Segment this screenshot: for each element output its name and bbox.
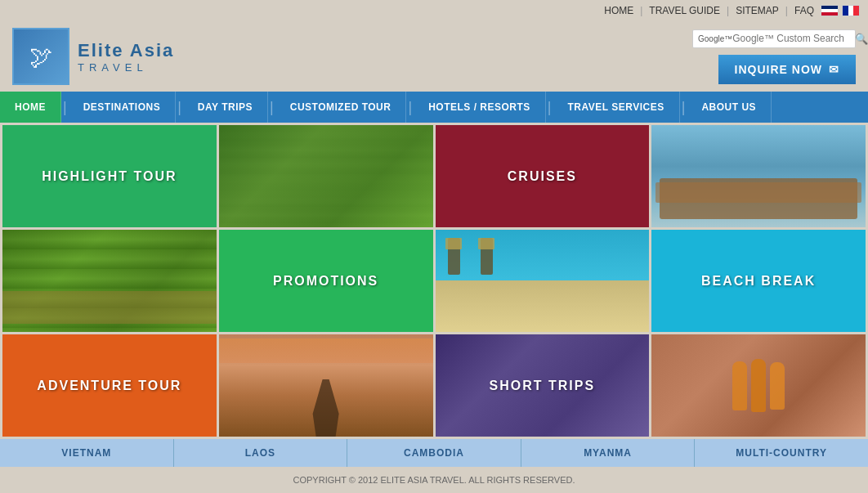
tile-boat[interactable]: [651, 125, 866, 227]
logo-text: Elite Asia TRAVEL: [78, 40, 174, 74]
tile-terrace1[interactable]: [219, 125, 433, 227]
uk-flag[interactable]: [821, 5, 839, 16]
logo-box: 🕊: [12, 28, 69, 85]
tile-promotions-label: PROMOTIONS: [273, 274, 378, 289]
google-label: Google™: [698, 34, 732, 43]
nav-customized-tour[interactable]: CUSTOMIZED TOUR: [275, 92, 407, 123]
main-nav: HOME | DESTINATIONS | DAY TRIPS | CUSTOM…: [0, 92, 868, 123]
tile-promotions[interactable]: PROMOTIONS: [219, 230, 433, 332]
tile-short-trips-label: SHORT TRIPS: [490, 379, 596, 393]
inquire-now-button[interactable]: INQUIRE NOW ✉: [718, 55, 856, 84]
country-multi[interactable]: MULTI-COUNTRY: [695, 439, 868, 467]
tile-highlight-tour-label: HIGHLIGHT TOUR: [42, 169, 177, 184]
header: 🕊 Elite Asia TRAVEL Google™ 🔍 INQUIRE NO…: [0, 21, 868, 92]
fr-flag[interactable]: [842, 5, 860, 16]
search-icon[interactable]: 🔍: [855, 33, 868, 45]
nav-about-us[interactable]: ABOUT US: [687, 92, 772, 123]
tile-cruises[interactable]: CRUISES: [436, 125, 650, 227]
tile-grid: HIGHLIGHT TOUR CRUISES PROMOTIONS BEACH …: [0, 123, 868, 439]
search-input[interactable]: [732, 33, 855, 44]
home-link[interactable]: HOME: [604, 5, 633, 16]
tile-cruises-label: CRUISES: [508, 169, 577, 184]
travel-guide-link[interactable]: TRAVEL GUIDE: [649, 5, 720, 16]
nav-home[interactable]: HOME: [0, 92, 61, 123]
country-myanma[interactable]: MYANMA: [521, 439, 696, 467]
logo-title: Elite Asia: [78, 40, 174, 61]
tile-short-trips[interactable]: SHORT TRIPS: [436, 334, 650, 437]
tile-adventure-tour[interactable]: ADVENTURE TOUR: [2, 334, 217, 437]
tile-beach-break-label: BEACH BREAK: [701, 274, 816, 289]
nav-day-trips[interactable]: DAY TRIPS: [183, 92, 268, 123]
tile-highlight-tour[interactable]: HIGHLIGHT TOUR: [2, 125, 217, 227]
tile-beach-img[interactable]: [436, 230, 650, 332]
country-vietnam[interactable]: VIETNAM: [0, 439, 174, 467]
tile-beach-break[interactable]: BEACH BREAK: [651, 230, 866, 332]
copyright: COPYRIGHT © 2012 ELITE ASIA TRAVEL. ALL …: [0, 467, 868, 493]
tile-monks[interactable]: [651, 334, 866, 437]
nav-destinations[interactable]: DESTINATIONS: [69, 92, 176, 123]
tile-field[interactable]: [2, 230, 217, 332]
sep3: |: [785, 5, 788, 16]
sitemap-link[interactable]: SITEMAP: [736, 5, 779, 16]
country-cambodia[interactable]: CAMBODIA: [347, 439, 521, 467]
tile-adventure-tour-label: ADVENTURE TOUR: [37, 379, 181, 393]
search-box[interactable]: Google™ 🔍: [692, 29, 856, 48]
country-strip: VIETNAM LAOS CAMBODIA MYANMA MULTI-COUNT…: [0, 439, 868, 467]
inquire-label: INQUIRE NOW: [735, 63, 822, 76]
sep2: |: [727, 5, 729, 16]
inquire-icon: ✉: [829, 63, 839, 76]
country-laos[interactable]: LAOS: [174, 439, 348, 467]
faq-link[interactable]: FAQ: [794, 5, 814, 16]
top-bar: HOME | TRAVEL GUIDE | SITEMAP | FAQ: [0, 0, 868, 21]
nav-travel-services[interactable]: TRAVEL SERVICES: [553, 92, 680, 123]
nav-hotels-resorts[interactable]: HOTELS / RESORTS: [414, 92, 546, 123]
header-right: Google™ 🔍 INQUIRE NOW ✉: [692, 29, 856, 84]
logo-bird-icon: 🕊: [29, 43, 52, 70]
sep1: |: [640, 5, 642, 16]
tile-temple[interactable]: [219, 334, 433, 437]
logo-subtitle: TRAVEL: [78, 61, 174, 74]
logo: 🕊 Elite Asia TRAVEL: [12, 28, 174, 85]
flags: [821, 5, 860, 16]
